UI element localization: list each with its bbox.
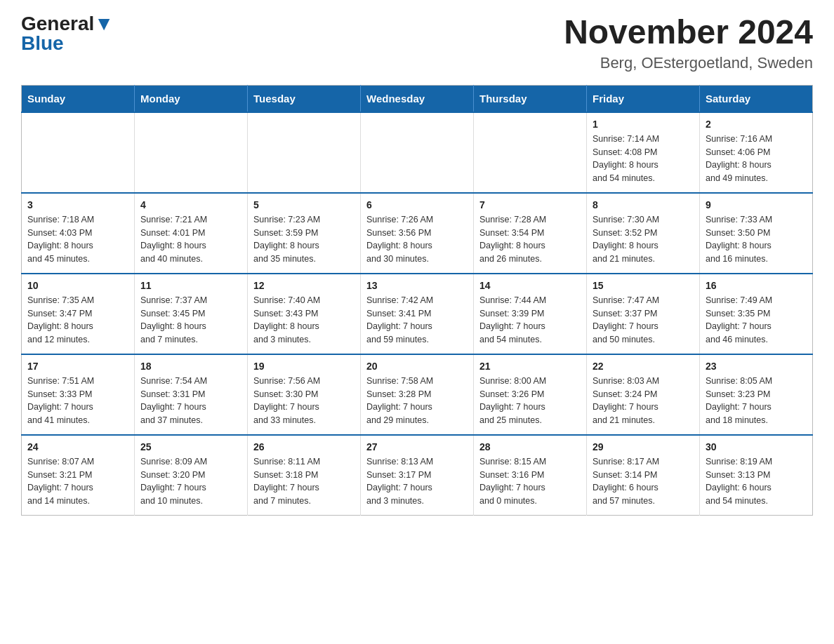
- calendar-cell: 5Sunrise: 7:23 AMSunset: 3:59 PMDaylight…: [248, 193, 361, 274]
- day-number: 5: [253, 199, 355, 210]
- day-number: 15: [593, 280, 694, 291]
- calendar-cell: 9Sunrise: 7:33 AMSunset: 3:50 PMDaylight…: [700, 193, 813, 274]
- calendar-cell: 15Sunrise: 7:47 AMSunset: 3:37 PMDayligh…: [587, 274, 700, 354]
- day-number: 29: [593, 441, 694, 452]
- day-number: 30: [706, 441, 807, 452]
- day-number: 13: [366, 280, 468, 291]
- week-row-3: 10Sunrise: 7:35 AMSunset: 3:47 PMDayligh…: [22, 274, 813, 354]
- day-number: 7: [479, 199, 581, 210]
- day-info: Sunrise: 7:51 AMSunset: 3:33 PMDaylight:…: [27, 375, 128, 427]
- day-number: 14: [479, 280, 581, 291]
- day-number: 9: [706, 199, 807, 210]
- day-info: Sunrise: 7:44 AMSunset: 3:39 PMDaylight:…: [479, 294, 581, 347]
- day-info: Sunrise: 8:00 AMSunset: 3:26 PMDaylight:…: [479, 375, 581, 427]
- day-info: Sunrise: 7:40 AMSunset: 3:43 PMDaylight:…: [253, 294, 355, 347]
- day-info: Sunrise: 7:16 AMSunset: 4:06 PMDaylight:…: [706, 133, 807, 185]
- day-number: 28: [479, 441, 581, 452]
- calendar-cell: 30Sunrise: 8:19 AMSunset: 3:13 PMDayligh…: [700, 435, 813, 516]
- day-of-week-monday: Monday: [135, 85, 248, 112]
- logo: General▼ Blue: [21, 14, 114, 53]
- day-of-week-saturday: Saturday: [700, 85, 813, 112]
- day-info: Sunrise: 8:13 AMSunset: 3:17 PMDaylight:…: [366, 455, 468, 508]
- day-number: 3: [27, 199, 128, 210]
- day-number: 11: [140, 280, 241, 291]
- calendar-cell: 8Sunrise: 7:30 AMSunset: 3:52 PMDaylight…: [587, 193, 700, 274]
- day-number: 18: [140, 361, 241, 372]
- day-info: Sunrise: 8:17 AMSunset: 3:14 PMDaylight:…: [593, 455, 694, 508]
- calendar-cell: 14Sunrise: 7:44 AMSunset: 3:39 PMDayligh…: [474, 274, 587, 354]
- day-info: Sunrise: 8:09 AMSunset: 3:20 PMDaylight:…: [140, 455, 241, 508]
- day-number: 10: [27, 280, 128, 291]
- calendar-body: 1Sunrise: 7:14 AMSunset: 4:08 PMDaylight…: [22, 112, 813, 516]
- day-info: Sunrise: 8:07 AMSunset: 3:21 PMDaylight:…: [27, 455, 128, 508]
- calendar-cell: 7Sunrise: 7:28 AMSunset: 3:54 PMDaylight…: [474, 193, 587, 274]
- week-row-2: 3Sunrise: 7:18 AMSunset: 4:03 PMDaylight…: [22, 193, 813, 274]
- week-row-4: 17Sunrise: 7:51 AMSunset: 3:33 PMDayligh…: [22, 354, 813, 435]
- day-info: Sunrise: 7:49 AMSunset: 3:35 PMDaylight:…: [706, 294, 807, 347]
- calendar-cell: [135, 112, 248, 193]
- day-info: Sunrise: 7:14 AMSunset: 4:08 PMDaylight:…: [593, 133, 694, 185]
- day-info: Sunrise: 7:54 AMSunset: 3:31 PMDaylight:…: [140, 375, 241, 427]
- day-info: Sunrise: 7:58 AMSunset: 3:28 PMDaylight:…: [366, 375, 468, 427]
- calendar-cell: 24Sunrise: 8:07 AMSunset: 3:21 PMDayligh…: [22, 435, 135, 516]
- day-info: Sunrise: 7:37 AMSunset: 3:45 PMDaylight:…: [140, 294, 241, 347]
- calendar-cell: 13Sunrise: 7:42 AMSunset: 3:41 PMDayligh…: [361, 274, 474, 354]
- page-header: General▼ Blue November 2024 Berg, OEster…: [21, 14, 813, 72]
- day-info: Sunrise: 7:30 AMSunset: 3:52 PMDaylight:…: [593, 213, 694, 266]
- day-info: Sunrise: 7:21 AMSunset: 4:01 PMDaylight:…: [140, 213, 241, 266]
- day-info: Sunrise: 8:05 AMSunset: 3:23 PMDaylight:…: [706, 375, 807, 427]
- calendar-cell: 12Sunrise: 7:40 AMSunset: 3:43 PMDayligh…: [248, 274, 361, 354]
- day-info: Sunrise: 7:35 AMSunset: 3:47 PMDaylight:…: [27, 294, 128, 347]
- calendar-cell: 16Sunrise: 7:49 AMSunset: 3:35 PMDayligh…: [700, 274, 813, 354]
- calendar-header: SundayMondayTuesdayWednesdayThursdayFrid…: [22, 85, 813, 112]
- day-number: 21: [479, 361, 581, 372]
- calendar-cell: 23Sunrise: 8:05 AMSunset: 3:23 PMDayligh…: [700, 354, 813, 435]
- day-info: Sunrise: 7:23 AMSunset: 3:59 PMDaylight:…: [253, 213, 355, 266]
- day-number: 26: [253, 441, 355, 452]
- day-of-week-tuesday: Tuesday: [248, 85, 361, 112]
- day-number: 23: [706, 361, 807, 372]
- day-info: Sunrise: 8:03 AMSunset: 3:24 PMDaylight:…: [593, 375, 694, 427]
- day-number: 27: [366, 441, 468, 452]
- day-info: Sunrise: 7:18 AMSunset: 4:03 PMDaylight:…: [27, 213, 128, 266]
- calendar-cell: [474, 112, 587, 193]
- calendar-cell: 20Sunrise: 7:58 AMSunset: 3:28 PMDayligh…: [361, 354, 474, 435]
- calendar-cell: 4Sunrise: 7:21 AMSunset: 4:01 PMDaylight…: [135, 193, 248, 274]
- day-of-week-sunday: Sunday: [22, 85, 135, 112]
- calendar-title: November 2024: [564, 14, 813, 51]
- day-number: 17: [27, 361, 128, 372]
- logo-blue: Blue: [21, 34, 64, 53]
- calendar-cell: 3Sunrise: 7:18 AMSunset: 4:03 PMDaylight…: [22, 193, 135, 274]
- day-number: 19: [253, 361, 355, 372]
- title-section: November 2024 Berg, OEstergoetland, Swed…: [564, 14, 813, 72]
- calendar-cell: 2Sunrise: 7:16 AMSunset: 4:06 PMDaylight…: [700, 112, 813, 193]
- calendar-cell: 27Sunrise: 8:13 AMSunset: 3:17 PMDayligh…: [361, 435, 474, 516]
- day-info: Sunrise: 7:56 AMSunset: 3:30 PMDaylight:…: [253, 375, 355, 427]
- day-info: Sunrise: 7:28 AMSunset: 3:54 PMDaylight:…: [479, 213, 581, 266]
- week-row-5: 24Sunrise: 8:07 AMSunset: 3:21 PMDayligh…: [22, 435, 813, 516]
- day-number: 4: [140, 199, 241, 210]
- calendar-cell: 6Sunrise: 7:26 AMSunset: 3:56 PMDaylight…: [361, 193, 474, 274]
- day-number: 25: [140, 441, 241, 452]
- calendar-cell: 21Sunrise: 8:00 AMSunset: 3:26 PMDayligh…: [474, 354, 587, 435]
- calendar-cell: 28Sunrise: 8:15 AMSunset: 3:16 PMDayligh…: [474, 435, 587, 516]
- logo-general: General▼: [21, 14, 114, 34]
- calendar-cell: [361, 112, 474, 193]
- calendar-cell: 17Sunrise: 7:51 AMSunset: 3:33 PMDayligh…: [22, 354, 135, 435]
- day-number: 6: [366, 199, 468, 210]
- day-number: 20: [366, 361, 468, 372]
- calendar-cell: 29Sunrise: 8:17 AMSunset: 3:14 PMDayligh…: [587, 435, 700, 516]
- calendar-subtitle: Berg, OEstergoetland, Sweden: [564, 54, 813, 72]
- day-number: 24: [27, 441, 128, 452]
- week-row-1: 1Sunrise: 7:14 AMSunset: 4:08 PMDaylight…: [22, 112, 813, 193]
- day-number: 2: [706, 119, 807, 130]
- day-of-week-thursday: Thursday: [474, 85, 587, 112]
- day-number: 22: [593, 361, 694, 372]
- calendar-cell: [248, 112, 361, 193]
- calendar-cell: 22Sunrise: 8:03 AMSunset: 3:24 PMDayligh…: [587, 354, 700, 435]
- day-number: 1: [593, 119, 694, 130]
- day-number: 16: [706, 280, 807, 291]
- calendar-cell: 26Sunrise: 8:11 AMSunset: 3:18 PMDayligh…: [248, 435, 361, 516]
- calendar-cell: 19Sunrise: 7:56 AMSunset: 3:30 PMDayligh…: [248, 354, 361, 435]
- day-info: Sunrise: 7:26 AMSunset: 3:56 PMDaylight:…: [366, 213, 468, 266]
